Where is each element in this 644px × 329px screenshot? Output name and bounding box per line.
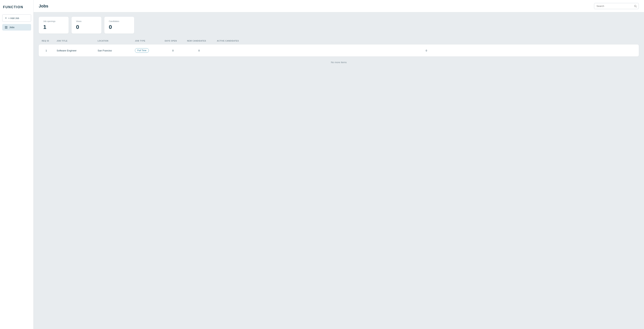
cell-days-open: 0 bbox=[162, 46, 184, 55]
svg-line-1 bbox=[636, 6, 637, 7]
app-logo: FUNCTION bbox=[2, 4, 31, 12]
stat-value-job-openings: 1 bbox=[43, 24, 64, 30]
jobs-table: REQ ID JOB TITLE LOCATION JOB TYPE DAYS … bbox=[39, 38, 639, 68]
col-header-active-candidates: ACTIVE CANDIDATES bbox=[214, 40, 639, 42]
header: Jobs bbox=[34, 0, 644, 12]
page-title: Jobs bbox=[39, 4, 48, 8]
cell-new-candidates: 0 bbox=[184, 46, 214, 55]
cell-location: San Franciso bbox=[95, 46, 132, 55]
main-content: Jobs Job openings 1 Views 0 Cand bbox=[34, 0, 644, 329]
stat-label-job-openings: Job openings bbox=[43, 20, 64, 22]
col-header-days-open: DAYS OPEN bbox=[162, 40, 184, 42]
col-header-location: LOCATION bbox=[95, 40, 132, 42]
cell-req-id: 1 bbox=[39, 46, 54, 55]
stat-label-views: Views bbox=[76, 20, 97, 22]
stat-value-candidates: 0 bbox=[109, 24, 130, 30]
cell-job-type: Full Time bbox=[132, 45, 162, 56]
stat-value-views: 0 bbox=[76, 24, 97, 30]
col-header-req-id: REQ ID bbox=[39, 40, 54, 42]
menu-icon bbox=[5, 26, 8, 28]
stat-label-candidates: Candidates bbox=[109, 20, 130, 22]
sidebar: FUNCTION + + Add Job Jobs bbox=[0, 0, 34, 329]
no-more-items: No more items bbox=[39, 57, 639, 68]
sidebar-item-jobs[interactable]: Jobs bbox=[2, 24, 31, 30]
search-container bbox=[594, 3, 639, 9]
table-row[interactable]: 1 Software Engineer San Franciso Full Ti… bbox=[39, 44, 639, 56]
plus-icon: + bbox=[5, 16, 7, 20]
cell-active-candidates: 0 bbox=[214, 46, 639, 55]
search-icon bbox=[634, 5, 637, 8]
content-area: Job openings 1 Views 0 Candidates 0 REQ … bbox=[34, 12, 644, 329]
job-type-badge: Full Time bbox=[135, 48, 149, 53]
col-header-job-title: JOB TITLE bbox=[54, 40, 95, 42]
add-job-button[interactable]: + + Add Job bbox=[2, 14, 31, 22]
col-header-job-type: JOB TYPE bbox=[132, 40, 162, 42]
add-job-label: + Add Job bbox=[8, 17, 19, 20]
table-header: REQ ID JOB TITLE LOCATION JOB TYPE DAYS … bbox=[39, 38, 639, 44]
search-button[interactable] bbox=[632, 3, 638, 9]
stat-card-job-openings: Job openings 1 bbox=[39, 17, 68, 34]
stat-card-candidates: Candidates 0 bbox=[104, 17, 134, 34]
col-header-new-candidates: NEW CANDIDATES bbox=[184, 40, 214, 42]
stat-card-views: Views 0 bbox=[72, 17, 101, 34]
stats-row: Job openings 1 Views 0 Candidates 0 bbox=[39, 17, 639, 34]
sidebar-item-jobs-label: Jobs bbox=[9, 26, 14, 29]
search-input[interactable] bbox=[594, 3, 632, 9]
cell-job-title: Software Engineer bbox=[54, 46, 95, 55]
